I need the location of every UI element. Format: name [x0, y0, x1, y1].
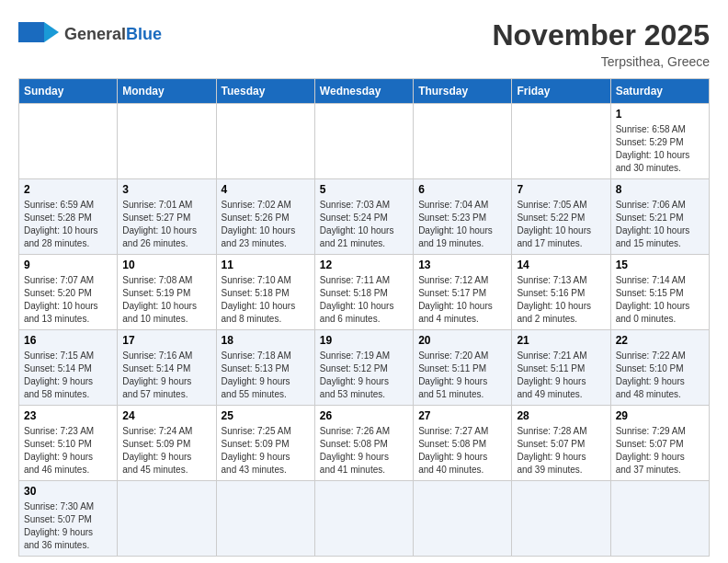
- day-number: 13: [418, 259, 506, 271]
- day-cell: [118, 104, 216, 179]
- day-cell: [512, 481, 610, 557]
- page-header: GeneralBlue November 2025 Terpsithea, Gr…: [18, 18, 710, 69]
- day-number: 16: [24, 334, 112, 347]
- day-cell: [512, 104, 610, 179]
- day-number: 26: [320, 409, 408, 422]
- day-cell: [314, 481, 413, 557]
- location-subtitle: Terpsithea, Greece: [492, 54, 710, 69]
- day-number: 25: [222, 409, 310, 422]
- weekday-header-friday: Friday: [512, 79, 610, 104]
- day-cell: [118, 481, 216, 557]
- day-number: 22: [616, 334, 704, 347]
- day-number: 23: [24, 409, 112, 422]
- calendar-table: SundayMondayTuesdayWednesdayThursdayFrid…: [18, 78, 710, 557]
- day-cell: 10Sunrise: 7:08 AM Sunset: 5:19 PM Dayli…: [118, 255, 216, 330]
- title-block: November 2025 Terpsithea, Greece: [492, 18, 710, 69]
- day-cell: 7Sunrise: 7:05 AM Sunset: 5:22 PM Daylig…: [512, 179, 610, 255]
- day-cell: 21Sunrise: 7:21 AM Sunset: 5:11 PM Dayli…: [512, 330, 610, 406]
- weekday-header-thursday: Thursday: [414, 79, 512, 104]
- day-cell: 20Sunrise: 7:20 AM Sunset: 5:11 PM Dayli…: [414, 330, 512, 406]
- logo-icon: [18, 18, 59, 52]
- day-info: Sunrise: 7:11 AM Sunset: 5:18 PM Dayligh…: [320, 274, 408, 326]
- day-info: Sunrise: 7:04 AM Sunset: 5:23 PM Dayligh…: [418, 199, 506, 250]
- day-info: Sunrise: 7:08 AM Sunset: 5:19 PM Dayligh…: [122, 274, 210, 326]
- day-number: 29: [616, 409, 704, 422]
- day-number: 4: [222, 183, 310, 196]
- day-info: Sunrise: 7:19 AM Sunset: 5:12 PM Dayligh…: [320, 350, 408, 401]
- calendar-body: 1Sunrise: 6:58 AM Sunset: 5:29 PM Daylig…: [19, 104, 710, 557]
- day-number: 17: [122, 334, 210, 347]
- week-row-1: 1Sunrise: 6:58 AM Sunset: 5:29 PM Daylig…: [19, 104, 710, 179]
- day-number: 6: [418, 183, 506, 196]
- day-cell: 2Sunrise: 6:59 AM Sunset: 5:28 PM Daylig…: [19, 179, 118, 255]
- week-row-3: 9Sunrise: 7:07 AM Sunset: 5:20 PM Daylig…: [19, 255, 710, 330]
- day-cell: 1Sunrise: 6:58 AM Sunset: 5:29 PM Daylig…: [610, 104, 709, 179]
- day-cell: 22Sunrise: 7:22 AM Sunset: 5:10 PM Dayli…: [610, 330, 709, 406]
- day-cell: 6Sunrise: 7:04 AM Sunset: 5:23 PM Daylig…: [414, 179, 512, 255]
- day-info: Sunrise: 7:01 AM Sunset: 5:27 PM Dayligh…: [122, 199, 210, 250]
- logo-text-block: GeneralBlue: [64, 26, 162, 44]
- week-row-6: 30Sunrise: 7:30 AM Sunset: 5:07 PM Dayli…: [19, 481, 710, 557]
- day-cell: [19, 104, 118, 179]
- day-cell: 16Sunrise: 7:15 AM Sunset: 5:14 PM Dayli…: [19, 330, 118, 406]
- day-number: 10: [122, 259, 210, 271]
- day-cell: 24Sunrise: 7:24 AM Sunset: 5:09 PM Dayli…: [118, 406, 216, 481]
- day-number: 21: [517, 334, 605, 347]
- logo-general-text: GeneralBlue: [64, 26, 162, 44]
- day-info: Sunrise: 7:26 AM Sunset: 5:08 PM Dayligh…: [320, 425, 408, 477]
- day-info: Sunrise: 7:12 AM Sunset: 5:17 PM Dayligh…: [418, 274, 506, 326]
- day-cell: 25Sunrise: 7:25 AM Sunset: 5:09 PM Dayli…: [216, 406, 314, 481]
- day-info: Sunrise: 7:29 AM Sunset: 5:07 PM Dayligh…: [616, 425, 704, 477]
- day-info: Sunrise: 7:30 AM Sunset: 5:07 PM Dayligh…: [24, 500, 112, 552]
- day-number: 14: [517, 259, 605, 271]
- day-number: 28: [517, 409, 605, 422]
- day-cell: [610, 481, 709, 557]
- day-info: Sunrise: 7:18 AM Sunset: 5:13 PM Dayligh…: [222, 350, 310, 401]
- day-info: Sunrise: 7:13 AM Sunset: 5:16 PM Dayligh…: [517, 274, 605, 326]
- day-cell: 3Sunrise: 7:01 AM Sunset: 5:27 PM Daylig…: [118, 179, 216, 255]
- day-info: Sunrise: 7:23 AM Sunset: 5:10 PM Dayligh…: [24, 425, 112, 477]
- day-number: 5: [320, 183, 408, 196]
- day-info: Sunrise: 7:03 AM Sunset: 5:24 PM Dayligh…: [320, 199, 408, 250]
- day-info: Sunrise: 7:21 AM Sunset: 5:11 PM Dayligh…: [517, 350, 605, 401]
- weekday-header-wednesday: Wednesday: [314, 79, 413, 104]
- weekday-header-tuesday: Tuesday: [216, 79, 314, 104]
- day-cell: 5Sunrise: 7:03 AM Sunset: 5:24 PM Daylig…: [314, 179, 413, 255]
- day-number: 12: [320, 259, 408, 271]
- day-number: 11: [222, 259, 310, 271]
- day-info: Sunrise: 7:24 AM Sunset: 5:09 PM Dayligh…: [122, 425, 210, 477]
- day-cell: 30Sunrise: 7:30 AM Sunset: 5:07 PM Dayli…: [19, 481, 118, 557]
- day-number: 20: [418, 334, 506, 347]
- day-cell: [414, 481, 512, 557]
- day-info: Sunrise: 7:28 AM Sunset: 5:07 PM Dayligh…: [517, 425, 605, 477]
- day-number: 8: [616, 183, 704, 196]
- day-info: Sunrise: 7:27 AM Sunset: 5:08 PM Dayligh…: [418, 425, 506, 477]
- weekday-header-sunday: Sunday: [19, 79, 118, 104]
- day-cell: 8Sunrise: 7:06 AM Sunset: 5:21 PM Daylig…: [610, 179, 709, 255]
- day-cell: [414, 104, 512, 179]
- day-number: 18: [222, 334, 310, 347]
- day-info: Sunrise: 7:10 AM Sunset: 5:18 PM Dayligh…: [222, 274, 310, 326]
- day-number: 27: [418, 409, 506, 422]
- day-cell: 26Sunrise: 7:26 AM Sunset: 5:08 PM Dayli…: [314, 406, 413, 481]
- month-title: November 2025: [492, 18, 710, 52]
- day-cell: 15Sunrise: 7:14 AM Sunset: 5:15 PM Dayli…: [610, 255, 709, 330]
- day-cell: 4Sunrise: 7:02 AM Sunset: 5:26 PM Daylig…: [216, 179, 314, 255]
- svg-rect-0: [18, 22, 44, 42]
- logo: GeneralBlue: [18, 18, 162, 52]
- day-info: Sunrise: 7:05 AM Sunset: 5:22 PM Dayligh…: [517, 199, 605, 250]
- day-cell: 28Sunrise: 7:28 AM Sunset: 5:07 PM Dayli…: [512, 406, 610, 481]
- day-cell: 27Sunrise: 7:27 AM Sunset: 5:08 PM Dayli…: [414, 406, 512, 481]
- week-row-5: 23Sunrise: 7:23 AM Sunset: 5:10 PM Dayli…: [19, 406, 710, 481]
- day-info: Sunrise: 7:16 AM Sunset: 5:14 PM Dayligh…: [122, 350, 210, 401]
- day-info: Sunrise: 7:25 AM Sunset: 5:09 PM Dayligh…: [222, 425, 310, 477]
- day-info: Sunrise: 7:22 AM Sunset: 5:10 PM Dayligh…: [616, 350, 704, 401]
- day-info: Sunrise: 7:06 AM Sunset: 5:21 PM Dayligh…: [616, 199, 704, 250]
- day-info: Sunrise: 7:02 AM Sunset: 5:26 PM Dayligh…: [222, 199, 310, 250]
- day-cell: 14Sunrise: 7:13 AM Sunset: 5:16 PM Dayli…: [512, 255, 610, 330]
- day-number: 30: [24, 485, 112, 498]
- day-number: 3: [122, 183, 210, 196]
- svg-marker-1: [44, 22, 59, 42]
- day-number: 1: [616, 108, 704, 121]
- day-number: 2: [24, 183, 112, 196]
